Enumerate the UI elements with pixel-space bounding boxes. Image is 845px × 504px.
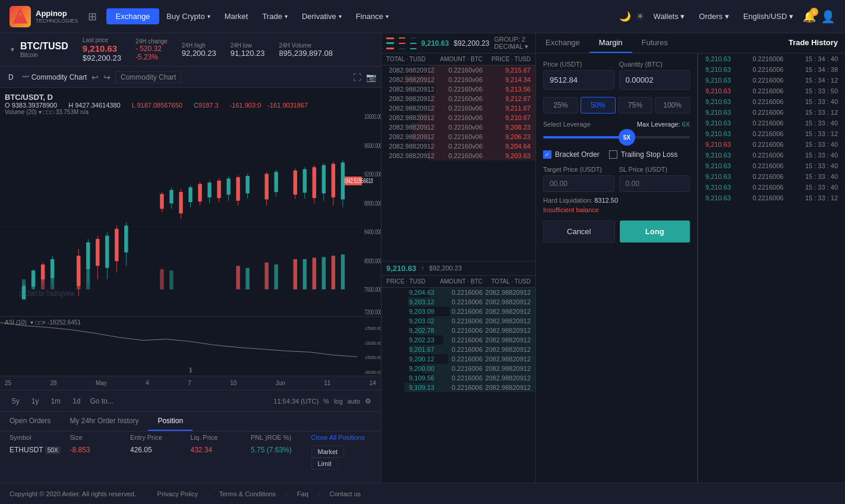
limit-button[interactable]: Limit (311, 458, 338, 470)
tab-24hr-history[interactable]: My 24hr Order history (60, 412, 148, 431)
logo-icon (10, 6, 31, 27)
th-amount: 0.2216006 (752, 98, 783, 105)
ob-bid-row[interactable]: 9,203.12 0.2216006 2082.98820912 (381, 297, 535, 307)
th-price: 9,210.63 (705, 87, 731, 94)
ob-group-label[interactable]: GROUP: 2 DECIMAL ▾ (494, 36, 531, 51)
svg-rect-89 (303, 259, 307, 289)
long-button[interactable]: Long (620, 220, 690, 242)
nav-buy-crypto[interactable]: Buy Crypto ▾ (159, 0, 217, 33)
collapse-icon[interactable]: ⟫ (189, 367, 193, 373)
ob-ask-row[interactable]: 2082.98820912 0.22160v06 9,208.23 (381, 122, 535, 132)
tab-exchange[interactable]: Exchange (536, 33, 589, 53)
footer-faq[interactable]: Faq (297, 490, 308, 497)
svg-rect-84 (236, 266, 239, 289)
ob-view-bid-icon[interactable] (410, 37, 417, 49)
footer-contact[interactable]: Contact us (329, 490, 361, 497)
settings-icon[interactable]: ⚙ (365, 397, 371, 405)
fullscreen-icon[interactable]: ⛶ (353, 73, 361, 82)
col-total-tusd: TOTAL · TUSD (386, 56, 434, 62)
trade-label: Trade (262, 12, 282, 21)
ob-ask-row[interactable]: 2082.98820912 0.22160v06 9,203.63 (381, 151, 535, 160)
log-label: log (334, 398, 343, 405)
tf-5y[interactable]: 5y (10, 396, 22, 407)
ob-bid-row[interactable]: 9,201.67 0.2216006 2082.98820912 (381, 345, 535, 354)
pct-50[interactable]: 50% (581, 97, 616, 114)
pct-25[interactable]: 25% (543, 97, 578, 114)
tab-futures[interactable]: Futures (632, 33, 677, 53)
footer-privacy[interactable]: Privacy Policy (157, 490, 198, 497)
cancel-button[interactable]: Cancel (543, 220, 615, 242)
notification-button[interactable]: 🔔 1 (803, 10, 816, 23)
ob-bid-row[interactable]: 9,203.02 0.2216006 2082.98820912 (381, 316, 535, 326)
language-menu[interactable]: English/USD ▾ (739, 12, 798, 21)
nav-derivative[interactable]: Derivative ▾ (295, 0, 349, 33)
time-25: 25 (5, 380, 11, 386)
trade-arrow: ▾ (285, 13, 288, 20)
indicators-button[interactable]: 〰 Commodity Chart (22, 73, 87, 81)
target-price-input[interactable] (543, 175, 614, 192)
indicator-label: ASI (10) ▾ □□× -18252.6451 (5, 319, 81, 326)
slider-thumb[interactable]: 5X (619, 129, 635, 146)
light-mode-button[interactable]: ☀ (636, 11, 644, 22)
camera-icon[interactable]: 📷 (366, 73, 376, 82)
tf-1m[interactable]: 1m (48, 396, 63, 407)
ob-ask-row[interactable]: 2082.98820912 0.22160v06 9,204.64 (381, 141, 535, 151)
ob-bid-row[interactable]: 9,109.13 0.2216006 2082.98820912 (381, 383, 535, 392)
ob-bid-row[interactable]: 9,109.56 0.2216006 2082.98820912 (381, 373, 535, 383)
tf-1d[interactable]: 1d (70, 396, 83, 407)
wallets-menu[interactable]: Wallets ▾ (649, 12, 690, 21)
slider-track (543, 136, 690, 138)
ob-ask-row[interactable]: 2082.98820912 0.22160v06 9,215.67 (381, 65, 535, 75)
redo-icon[interactable]: ↪ (103, 73, 111, 82)
col-entry-price: Entry Price (130, 434, 191, 441)
th-time: 15 : 33 : 12 (805, 109, 838, 116)
footer-sep-1: - (146, 490, 148, 497)
pct-100[interactable]: 100% (655, 97, 690, 114)
exchange-nav-button[interactable]: Exchange (106, 8, 160, 24)
ob-bid-row[interactable]: 9,200.12 0.2216006 2082.98820912 (381, 354, 535, 364)
ob-bid-row[interactable]: 9,203.09 0.2216006 2082.98820912 (381, 307, 535, 316)
nav-finance[interactable]: Finance ▾ (349, 0, 396, 33)
close-all-positions[interactable]: Close All Positions (311, 434, 372, 441)
leverage-slider[interactable]: 5X (543, 131, 690, 143)
undo-icon[interactable]: ↩ (92, 73, 99, 82)
tf-1y[interactable]: 1y (29, 396, 42, 407)
ob-ask-row[interactable]: 2082.98820912 0.22160v06 9,212.67 (381, 94, 535, 103)
bracket-order-checkbox[interactable]: ✓ Bracket Order (543, 150, 600, 159)
orders-label: Orders ▾ (699, 12, 729, 21)
timeframe-D[interactable]: D (5, 72, 17, 83)
orders-menu[interactable]: Orders ▾ (694, 12, 733, 21)
ob-ask-row[interactable]: 2082.98820912 0.22160v06 9,213.56 (381, 84, 535, 94)
goto-button[interactable]: Go to... (90, 397, 113, 405)
ob-ask-row[interactable]: 2082.98820912 0.22160v06 9,210.67 (381, 113, 535, 122)
market-button[interactable]: Market (311, 446, 345, 458)
trailing-stop-checkbox[interactable]: Trailing Stop Loss (609, 150, 678, 159)
pct-75[interactable]: 75% (618, 97, 653, 114)
sl-price-input[interactable] (619, 175, 690, 192)
ob-bid-row[interactable]: 9,204.63 0.2216006 2082.98820912 (381, 288, 535, 297)
user-profile-button[interactable]: 👤 (821, 10, 835, 24)
tab-position[interactable]: Position (148, 412, 193, 431)
trailing-stop-label: Trailing Stop Loss (621, 150, 678, 159)
quantity-input[interactable] (619, 70, 690, 90)
ob-bid-row[interactable]: 9,200.00 0.2216006 2082.98820912 (381, 364, 535, 373)
ob-ask-row[interactable]: 2082.98820912 0.22160v06 9,214.34 (381, 75, 535, 84)
tab-margin[interactable]: Margin (589, 33, 632, 53)
ob-view-ask-icon[interactable] (399, 37, 405, 49)
apps-grid-icon[interactable]: ⊞ (88, 10, 97, 23)
ob-bid-row[interactable]: 9,202.23 0.2216006 2082.98820912 (381, 335, 535, 345)
ob-view-icon[interactable] (386, 37, 394, 49)
nav-trade[interactable]: Trade ▾ (255, 0, 294, 33)
svg-rect-57 (236, 177, 239, 201)
tab-open-orders[interactable]: Open Orders (0, 412, 60, 431)
svg-rect-76 (22, 279, 26, 289)
price-input[interactable] (543, 70, 614, 90)
nav-market[interactable]: Market (217, 0, 256, 33)
ob-ask-row[interactable]: 2082.98820912 0.22160v06 9,206.23 (381, 132, 535, 141)
ohlc-h: H 9427.34614380 (68, 102, 125, 109)
footer-terms[interactable]: Terms & Conditions (219, 490, 276, 497)
dark-mode-button[interactable]: 🌙 (619, 11, 631, 22)
symbol-subname: Bitcoin (20, 52, 68, 58)
ob-ask-row[interactable]: 2082.98820912 0.22160v06 9,211.67 (381, 103, 535, 113)
ob-bid-row[interactable]: 9,202.78 0.2216006 2082.98820912 (381, 326, 535, 335)
